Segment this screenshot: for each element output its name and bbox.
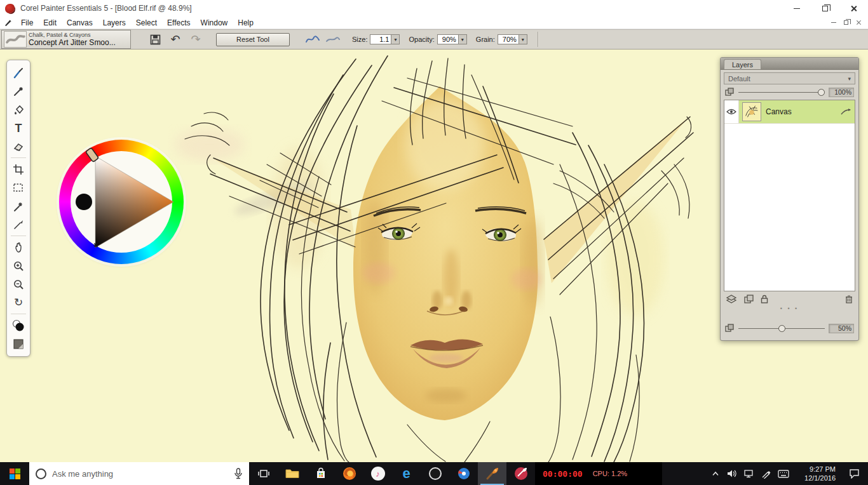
layer-row-body[interactable]: Canvas [739, 100, 855, 123]
main-color-swatch[interactable] [9, 316, 28, 335]
stroke-smooth-icon [325, 34, 341, 44]
layer-opacity-slider[interactable] [738, 88, 825, 96]
doc-close-icon [856, 20, 862, 25]
tool-separator [11, 236, 26, 236]
itunes-button[interactable]: ♪ [363, 462, 392, 485]
layer-opacity-value[interactable]: 100% [829, 88, 854, 97]
sv-marker[interactable] [76, 194, 92, 210]
painter-2017-button[interactable] [506, 462, 535, 485]
app-logo-icon [5, 4, 15, 13]
layer-opacity-row: 100% [725, 86, 854, 98]
menu-file[interactable]: File [16, 17, 38, 29]
grain-dropdown-button[interactable]: ▾ [519, 34, 527, 44]
layers-list[interactable]: Canvas [724, 100, 855, 291]
fill-tool[interactable] [9, 100, 28, 119]
opacity-label: Opacity: [409, 36, 434, 43]
microphone-icon[interactable] [234, 468, 243, 479]
edge-button[interactable]: e [392, 462, 421, 485]
lock-layer-icon[interactable] [761, 295, 768, 303]
media-app-button[interactable] [421, 462, 449, 485]
rect-select-icon [12, 182, 25, 194]
grain-value[interactable]: 70% [498, 34, 519, 44]
action-center-button[interactable] [843, 462, 865, 485]
photos-app-icon [457, 467, 471, 481]
search-input[interactable] [52, 469, 228, 479]
menu-canvas[interactable]: Canvas [62, 17, 98, 29]
slider-knob[interactable] [818, 89, 825, 96]
layers-tab[interactable]: Layers [724, 59, 761, 69]
reset-tool-button[interactable]: Reset Tool [216, 33, 290, 46]
duplicate-layer-icon[interactable] [744, 295, 754, 303]
hand-tool[interactable] [9, 238, 28, 256]
brush-tool[interactable] [9, 63, 28, 82]
pen-tool[interactable] [9, 215, 28, 234]
pen-settings-icon[interactable] [761, 469, 771, 479]
clock-date: 12/1/2016 [796, 474, 836, 482]
photos-app-button[interactable] [449, 462, 478, 485]
restore-button[interactable] [811, 0, 839, 17]
doc-close-button[interactable] [856, 20, 862, 25]
grain-label: Grain: [476, 36, 495, 43]
layer-composite-dropdown[interactable]: Default ▾ [724, 72, 855, 84]
secondary-opacity-slider[interactable] [738, 324, 825, 333]
rotate-page-tool[interactable]: ↻ [9, 293, 28, 312]
redo-button[interactable]: ↷ [186, 31, 206, 48]
zoom-out-tool[interactable] [9, 275, 28, 293]
save-button[interactable] [145, 31, 165, 48]
paper-swatch-icon [12, 338, 25, 350]
menu-edit[interactable]: Edit [38, 17, 62, 29]
stroke-jitter-button[interactable] [302, 31, 323, 48]
brush-selector[interactable]: Chalk, Pastel & Crayons Concept Art Jitt… [1, 30, 131, 49]
tray-chevron-up-icon[interactable] [711, 470, 720, 477]
keyboard-icon[interactable] [778, 470, 789, 478]
size-dropdown-button[interactable]: ▾ [391, 34, 400, 44]
delete-layer-icon[interactable] [845, 295, 853, 303]
menu-effects[interactable]: Effects [162, 17, 195, 29]
document-canvas-area[interactable]: T [0, 50, 868, 462]
secondary-opacity-value[interactable]: 50% [829, 324, 854, 333]
firefox-button[interactable] [335, 462, 363, 485]
clock[interactable]: 9:27 PM 12/1/2016 [796, 465, 836, 483]
magic-wand-tool[interactable] [9, 197, 28, 215]
task-view-button[interactable] [249, 462, 278, 485]
crop-tool[interactable] [9, 160, 28, 178]
layers-panel-header[interactable]: Layers [721, 58, 858, 70]
slider-knob[interactable] [778, 325, 785, 332]
network-icon[interactable] [744, 469, 754, 478]
stroke-smooth-button[interactable] [323, 31, 343, 48]
brush-icon [12, 67, 25, 79]
minimize-button[interactable] [782, 0, 811, 17]
volume-icon[interactable] [727, 469, 737, 478]
rect-select-tool[interactable] [9, 178, 28, 197]
brush-category: Chalk, Pastel & Crayons [29, 32, 116, 38]
zoom-in-icon [12, 260, 25, 272]
start-button[interactable] [0, 462, 29, 485]
file-explorer-button[interactable] [278, 462, 306, 485]
doc-minimize-button[interactable] [831, 22, 836, 23]
store-button[interactable] [306, 462, 335, 485]
eraser-icon [12, 140, 25, 153]
undo-button[interactable]: ↶ [165, 31, 186, 48]
zoom-in-tool[interactable] [9, 256, 28, 275]
cortana-search-box[interactable] [29, 462, 249, 485]
dropper-tool[interactable] [9, 82, 28, 100]
size-value[interactable]: 1.1 [370, 34, 391, 44]
opacity-value[interactable]: 90% [437, 34, 459, 44]
panel-grip-dots[interactable]: • • • [721, 305, 858, 313]
text-tool[interactable]: T [9, 119, 28, 137]
new-layer-icon[interactable] [726, 295, 737, 303]
menu-select[interactable]: Select [131, 17, 162, 29]
menu-help[interactable]: Help [233, 17, 259, 29]
doc-restore-button[interactable] [844, 20, 848, 25]
layer-visibility-cell[interactable] [724, 100, 739, 123]
close-button[interactable] [839, 0, 868, 17]
painter-essentials-button[interactable] [478, 462, 506, 485]
layer-row-canvas[interactable]: Canvas [724, 100, 855, 124]
opacity-dropdown-button[interactable]: ▾ [459, 34, 467, 44]
hue-handle[interactable] [86, 148, 99, 163]
sv-triangle[interactable] [59, 140, 184, 264]
paper-swatch[interactable] [9, 335, 28, 353]
menu-layers[interactable]: Layers [98, 17, 131, 29]
eraser-tool[interactable] [9, 137, 28, 156]
menu-window[interactable]: Window [196, 17, 233, 29]
